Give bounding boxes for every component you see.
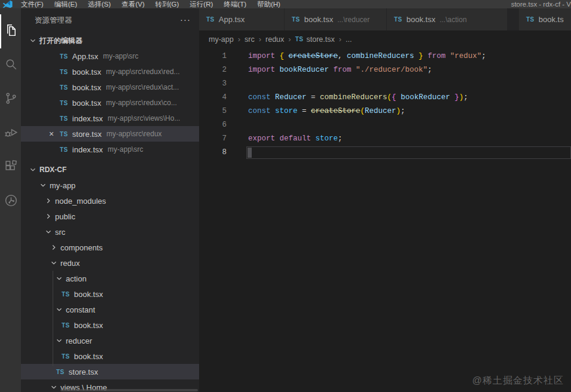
code-line[interactable]: 8 [199,146,571,160]
tree-item-action[interactable]: action [21,271,199,286]
close-icon[interactable]: × [47,130,56,138]
explorer-sidebar: 资源管理器 ··· 打开的编辑器 TSApp.tsxmy-app\srcTSbo… [21,8,199,392]
breadcrumb-item[interactable]: src [245,35,255,44]
activity-source-control-button[interactable] [0,82,21,117]
line-content [227,77,248,91]
open-editor-item[interactable]: ×TSstore.tsxmy-app\src\redux [21,126,199,142]
menu-item[interactable]: 帮助(H) [252,0,286,8]
line-number: 5 [199,105,227,118]
tree-item-label: reducer [66,336,92,345]
editor-tab[interactable]: TSbook.ts [519,8,571,30]
sidebar-title: 资源管理器 [35,16,72,26]
tree-item-book.tsx[interactable]: TSbook.tsx [21,286,199,302]
tree-item-src[interactable]: src [21,224,199,240]
tree-item-store.tsx[interactable]: TSstore.tsx [21,364,199,379]
menu-item[interactable]: 转到(G) [150,0,185,8]
editor-tab[interactable]: TSbook.tsx...\action [387,8,507,30]
file-name: index.tsx [72,145,103,154]
tree-item-public[interactable]: public [21,209,199,224]
menu-item[interactable]: 编辑(E) [49,0,83,8]
code-line[interactable]: 3 [199,77,571,91]
code-line[interactable]: 2import bookReducer from "./reducer/book… [199,63,571,77]
chevron-down-icon [44,228,55,236]
activity-extensions-button[interactable] [0,151,21,185]
file-tree: my-appnode_modulespublicsrccomponentsred… [21,177,199,392]
chevron-down-icon [29,36,39,45]
code-line[interactable]: 5const store = createStore(Reducer); [199,105,571,118]
activity-run-debug-button[interactable] [0,117,21,151]
activity-files-button[interactable] [0,14,21,48]
open-editor-item[interactable]: TSindex.tsxmy-app\src [21,142,199,157]
tree-item-components[interactable]: components [21,240,199,255]
tree-item-label: constant [66,305,95,314]
open-editors-list: TSApp.tsxmy-app\srcTSbook.tsxmy-app\src\… [21,48,199,157]
menu-item[interactable]: 查看(V) [116,0,149,8]
tab-path: ...\reducer [337,16,370,24]
code-line[interactable]: 6 [199,118,571,132]
tree-item-constant[interactable]: constant [21,302,199,317]
chevron-down-icon [39,181,50,189]
more-actions-icon[interactable]: ··· [180,14,191,24]
tree-item-label: node_modules [55,197,106,206]
breadcrumb-item[interactable]: my-app [209,35,234,44]
code-line[interactable]: 1import { createStore, combineReducers }… [199,50,571,63]
tree-item-label: components [60,243,103,252]
tree-item-book.tsx[interactable]: TSbook.tsx [21,348,199,364]
ts-file-icon: TS [295,36,304,42]
tab-label: book.tsx [304,15,333,24]
chevron-down-icon [55,305,66,314]
ts-file-icon: TS [60,69,68,75]
tree-item-redux[interactable]: redux [21,255,199,271]
tree-item-label: action [66,274,87,283]
activity-remote-button[interactable] [0,185,21,219]
breadcrumb-more[interactable]: ... [346,35,352,44]
open-editors-label: 打开的编辑器 [39,36,83,46]
activity-bar [0,8,21,392]
breadcrumb-separator-icon: › [288,35,291,44]
source-control-icon [4,91,19,108]
chevron-down-icon [55,336,66,345]
activity-search-button[interactable] [0,48,21,82]
menu-bar: 文件(F)编辑(E)选择(S)查看(V)转到(G)运行(R)终端(T)帮助(H) [16,0,286,8]
watermark: @稀土掘金技术社区 [472,375,564,387]
tree-item-label: redux [60,259,80,268]
code-line[interactable]: 7export default store; [199,132,571,146]
open-editor-item[interactable]: TSbook.tsxmy-app\src\redux\red... [21,64,199,79]
chevron-down-icon [55,274,66,283]
breadcrumb-file[interactable]: store.tsx [306,35,334,44]
tree-item-nodemodules[interactable]: node_modules [21,193,199,209]
tab-path: ...\action [439,16,466,24]
breadcrumb-separator-icon: › [339,35,341,44]
sidebar-horizontal-scrollbar[interactable] [60,389,198,391]
file-path: my-app\src [103,52,138,60]
code-editor[interactable]: 1import { createStore, combineReducers }… [199,48,571,160]
editor-tab[interactable]: TSbook.tsx...\reducer [285,8,386,30]
menu-item[interactable]: 运行(R) [184,0,218,8]
file-path: my-app\src\redux\red... [106,68,179,76]
line-content: export default store; [227,132,343,146]
menu-item[interactable]: 文件(F) [16,0,49,8]
file-name: App.tsx [72,52,98,61]
tree-item-my-app[interactable]: my-app [21,177,199,193]
tree-item-book.tsx[interactable]: TSbook.tsx [21,317,199,333]
menu-item[interactable]: 选择(S) [83,0,116,8]
extensions-icon [4,159,19,176]
open-editors-section-header[interactable]: 打开的编辑器 [21,33,199,48]
open-editor-item[interactable]: TSbook.tsxmy-app\src\redux\co... [21,95,199,111]
line-content: const store = createStore(Reducer); [227,105,405,118]
breadcrumb: my-app›src›redux›TSstore.tsx›... [199,30,571,48]
open-editor-item[interactable]: TSbook.tsxmy-app\src\redux\act... [21,79,199,95]
line-number: 2 [199,63,227,77]
chevron-right-icon [44,212,55,220]
open-editor-item[interactable]: TSindex.tsxmy-app\src\views\Ho... [21,111,199,126]
text-cursor [248,148,252,158]
current-line-highlight [246,146,571,159]
editor-tab[interactable]: TSApp.tsx [199,8,284,30]
root-folder-section-header[interactable]: RDX-CF [21,162,199,177]
open-editor-item[interactable]: TSApp.tsxmy-app\src [21,48,199,64]
menu-item[interactable]: 终端(T) [218,0,252,8]
code-line[interactable]: 4const Reducer = combineReducers({ bookR… [199,91,571,105]
file-name: book.tsx [72,68,101,76]
breadcrumb-item[interactable]: redux [265,35,284,44]
tree-item-reducer[interactable]: reducer [21,333,199,348]
